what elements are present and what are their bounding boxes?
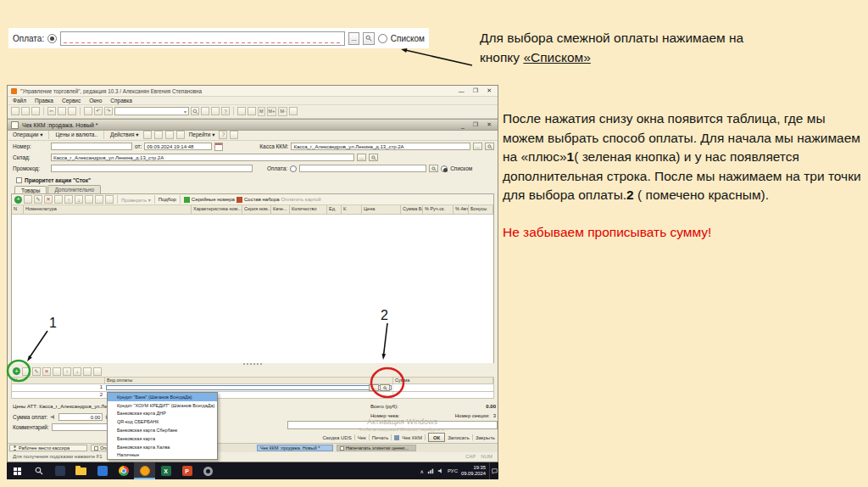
taskbar-search-button[interactable]: [28, 462, 49, 479]
bundle-button[interactable]: Состав набора: [244, 197, 280, 202]
edit-row-icon[interactable]: ✎: [34, 195, 42, 204]
payment-type-cell[interactable]: ...: [105, 384, 393, 391]
tray-chevron-icon[interactable]: ∧: [420, 468, 424, 474]
ellipsis-button[interactable]: ...: [357, 154, 366, 161]
settings-icon[interactable]: [105, 195, 114, 204]
number-input[interactable]: [51, 143, 132, 150]
dropdown-item[interactable]: QR-код СБЕРБАНК: [108, 417, 217, 426]
listom-radio[interactable]: [378, 34, 387, 43]
ellipsis-button[interactable]: ...: [348, 32, 359, 45]
move-up-icon[interactable]: ↑: [64, 195, 73, 204]
calc-icon[interactable]: [237, 107, 246, 115]
datetime-input[interactable]: 09.09.2024 19:14:48: [144, 143, 212, 150]
grid-icon[interactable]: [54, 195, 63, 204]
check-button[interactable]: Чек: [358, 435, 366, 440]
menu-window[interactable]: Окно: [89, 98, 102, 104]
search-button[interactable]: [485, 143, 494, 150]
workplace-tab[interactable]: Рабочее место кассира: [9, 445, 87, 451]
taskbar-app-notepad[interactable]: [49, 462, 70, 479]
print-button[interactable]: Печать: [372, 435, 389, 440]
sort-asc-icon[interactable]: [83, 367, 92, 376]
taskbar-app-excel[interactable]: X: [155, 462, 176, 479]
move-down-icon[interactable]: ↓: [75, 195, 83, 204]
kkm-check-button[interactable]: Чек ККМ: [402, 435, 422, 440]
search-button[interactable]: [429, 165, 438, 172]
sort-desc-icon[interactable]: [93, 367, 102, 376]
copy-icon[interactable]: [58, 107, 66, 115]
delete-row-icon[interactable]: ✕: [44, 195, 53, 204]
calendar-icon[interactable]: [248, 107, 256, 115]
memory-m-button[interactable]: М: [258, 107, 265, 116]
labels-window-tab[interactable]: Напечатать этикетки ценни...: [337, 445, 416, 451]
taskbar-app-blue[interactable]: [92, 462, 113, 479]
sklad-input[interactable]: Касса_г_Александров_ул.Ленина_д.13_стр.2…: [51, 154, 354, 161]
paste-icon[interactable]: [68, 107, 76, 115]
payment-input[interactable]: [60, 31, 345, 46]
add-row-icon[interactable]: +: [14, 196, 22, 204]
uds-discount-button[interactable]: Скидка UDS: [322, 435, 351, 440]
maximize-button[interactable]: ❐: [470, 87, 481, 94]
splitter-handle[interactable]: [11, 361, 494, 366]
dropdown-item[interactable]: Кредит "Банк" (Шаганов ВсегдаДа): [108, 393, 217, 401]
goto-menu[interactable]: Перейти ▾: [187, 132, 217, 138]
sort-asc-icon[interactable]: [85, 195, 93, 204]
tips-icon[interactable]: [289, 107, 298, 115]
taskbar-app-explorer[interactable]: [70, 462, 92, 479]
start-button[interactable]: [7, 462, 28, 479]
memory-mplus-button[interactable]: М+: [267, 107, 277, 116]
calendar-picker-icon[interactable]: [214, 143, 223, 151]
prices-att-link[interactable]: Цены АТТ: Касса_г_Александров_ул.Ленина: [13, 404, 119, 409]
search-button[interactable]: [363, 32, 375, 45]
dropdown-item[interactable]: Банковская карта: [108, 434, 217, 443]
toolbar-icon[interactable]: [165, 131, 174, 139]
taskbar-app-chrome[interactable]: [113, 462, 134, 479]
toolbar-icon[interactable]: [154, 131, 163, 139]
actions-menu[interactable]: Действия ▾: [108, 132, 141, 138]
save-button[interactable]: Записать: [448, 435, 470, 440]
move-up-icon[interactable]: ↑: [63, 367, 71, 376]
memory-mminus-button[interactable]: М-: [278, 107, 287, 116]
menu-help[interactable]: Справка: [110, 98, 132, 104]
pick-button[interactable]: Подбор: [159, 197, 176, 202]
refresh-icon[interactable]: [211, 107, 220, 115]
sum-input[interactable]: 0.00: [58, 413, 103, 421]
doc-restore-button[interactable]: ❐: [470, 121, 481, 128]
sort-desc-icon[interactable]: [95, 195, 103, 204]
payment-row-2[interactable]: 2: [11, 391, 494, 399]
search-button[interactable]: [380, 384, 390, 391]
copy-row-icon[interactable]: [24, 195, 32, 204]
copy-payment-icon[interactable]: [22, 367, 31, 376]
network-icon[interactable]: [427, 467, 434, 474]
structure-icon[interactable]: [230, 131, 238, 139]
find-next-icon[interactable]: [201, 107, 209, 115]
payment-single-radio[interactable]: [47, 34, 57, 43]
payment-sum-cell[interactable]: [393, 384, 493, 391]
pay-card-button[interactable]: Оплатить картой: [281, 197, 321, 202]
operations-menu[interactable]: Операции ▾: [11, 132, 44, 138]
add-payment-icon[interactable]: +: [13, 367, 20, 375]
menu-file[interactable]: Файл: [13, 98, 26, 104]
pay-listom-radio[interactable]: [441, 165, 448, 172]
print-icon[interactable]: [84, 107, 92, 115]
pay-single-radio[interactable]: [290, 165, 297, 172]
taskbar-clock[interactable]: 19:35 09.09.2024: [461, 465, 486, 477]
cut-icon[interactable]: ✂: [47, 107, 56, 115]
ellipsis-button[interactable]: ...: [473, 143, 482, 150]
toolbar-search-input[interactable]: ▾: [114, 107, 189, 115]
search-button[interactable]: [369, 154, 378, 161]
undo-icon[interactable]: ↶: [94, 107, 103, 115]
taskbar-app-gray[interactable]: [198, 462, 219, 479]
find-icon[interactable]: [191, 107, 199, 115]
edit-payment-icon[interactable]: ✎: [32, 367, 41, 376]
promo-input[interactable]: [51, 165, 253, 172]
toolbar-icon[interactable]: [176, 131, 185, 139]
help-icon[interactable]: ?: [221, 107, 230, 115]
check-button[interactable]: Проверить ▾: [121, 197, 151, 203]
open-icon[interactable]: [21, 107, 30, 115]
move-down-icon[interactable]: ↓: [73, 367, 81, 376]
language-indicator[interactable]: РУС: [448, 468, 458, 473]
dropdown-item[interactable]: Банковская карта Сбербанк: [108, 426, 217, 434]
taskbar-app-powerpoint[interactable]: P: [176, 462, 198, 479]
taskbar-app-1c-active[interactable]: [134, 462, 155, 479]
stock-checkbox[interactable]: [16, 177, 22, 183]
